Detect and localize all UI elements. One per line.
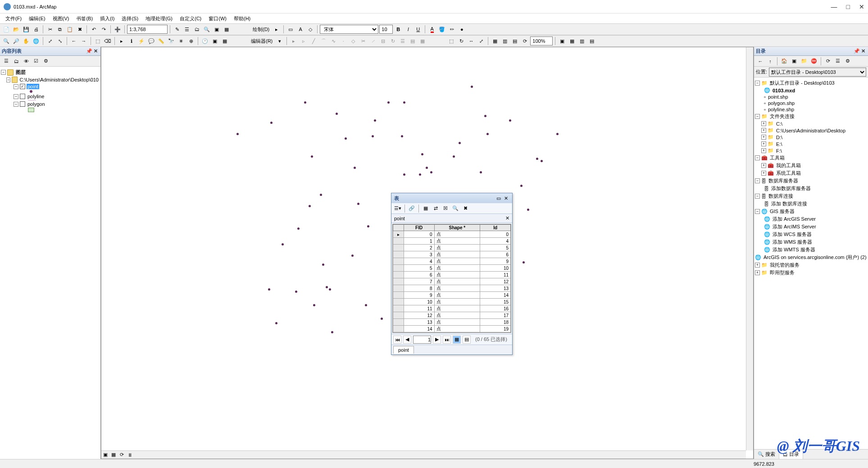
- map-point[interactable]: [403, 173, 405, 176]
- col-header[interactable]: FID: [404, 225, 434, 231]
- table-row[interactable]: 2点5: [393, 245, 511, 251]
- map-point[interactable]: [536, 158, 538, 160]
- zoom-pct-input[interactable]: [530, 36, 553, 45]
- map-point[interactable]: [367, 225, 369, 227]
- layer-polygon[interactable]: polygon: [27, 101, 46, 107]
- forward-extent-icon[interactable]: →: [79, 36, 88, 45]
- map-point[interactable]: [523, 261, 525, 264]
- cat-dbserver-add[interactable]: 添加数据库服务器: [770, 185, 812, 192]
- python-icon[interactable]: ▣: [212, 25, 221, 34]
- layout-pan-icon[interactable]: ▦: [568, 36, 577, 45]
- list-by-drawing-icon[interactable]: ☰: [2, 57, 11, 66]
- table-bottom-tab[interactable]: point: [393, 346, 414, 354]
- underline-icon[interactable]: U: [414, 25, 423, 34]
- font-color-icon[interactable]: A: [427, 25, 436, 34]
- map-point[interactable]: [365, 304, 367, 306]
- map-point[interactable]: [556, 133, 559, 135]
- table-row[interactable]: 1点4: [393, 238, 511, 245]
- cat-shp-polygon.shp[interactable]: polygon.shp: [767, 100, 795, 106]
- map-point[interactable]: [354, 167, 356, 169]
- table-tab[interactable]: point: [394, 216, 505, 221]
- minimize-button[interactable]: —: [831, 3, 837, 10]
- table-row[interactable]: 5点10: [393, 265, 511, 272]
- location-select[interactable]: 默认工作目录 - Desktop\0103: [769, 68, 866, 77]
- cat-toggle-icon[interactable]: ▣: [790, 57, 799, 66]
- attribute-table-grid[interactable]: FIDShape *Id▸0点01点42点53点64点95点106点117点12…: [392, 224, 511, 333]
- map-point[interactable]: [236, 133, 239, 135]
- delete-selected-icon[interactable]: ✖: [461, 204, 470, 213]
- georef-shift-icon[interactable]: ↔: [467, 36, 476, 45]
- georef-link-icon[interactable]: ▦: [491, 36, 500, 45]
- cat-gis-item[interactable]: 添加 WCS 服务器: [772, 231, 813, 238]
- toggle-icon[interactable]: +: [761, 163, 766, 168]
- map-point[interactable]: [345, 137, 347, 140]
- editor-toolbar-icon[interactable]: ✎: [173, 25, 182, 34]
- toc-pin-icon[interactable]: 📌: [86, 48, 92, 54]
- html-popup-icon[interactable]: 💬: [147, 36, 156, 45]
- redo-icon[interactable]: ↷: [99, 25, 108, 34]
- pause-icon[interactable]: ⏸: [126, 451, 134, 459]
- table-row[interactable]: 7点12: [393, 278, 511, 285]
- cat-shp-polyline.shp[interactable]: polyline.shp: [767, 107, 795, 112]
- map-point[interactable]: [509, 119, 511, 122]
- menu-编辑e[interactable]: 编辑(E): [25, 14, 49, 23]
- text-icon[interactable]: A: [296, 25, 305, 34]
- table-row[interactable]: 9点14: [393, 292, 511, 299]
- add-data-icon[interactable]: ➕: [113, 25, 122, 34]
- toggle-icon[interactable]: +: [761, 148, 766, 153]
- viewer-icon[interactable]: ▦: [220, 36, 229, 45]
- menu-地理处理g[interactable]: 地理处理(G): [142, 14, 176, 23]
- map-point[interactable]: [326, 286, 328, 288]
- map-point[interactable]: [541, 160, 543, 162]
- table-restore-icon[interactable]: ▭: [495, 195, 502, 201]
- map-point[interactable]: [453, 155, 455, 158]
- map-vertical-scrollbar[interactable]: [746, 47, 753, 450]
- cat-default-wd[interactable]: 默认工作目录 - Desktop\0103: [769, 80, 836, 86]
- layout-view-icon[interactable]: ▦: [109, 451, 118, 459]
- layer-checkbox[interactable]: [20, 101, 25, 107]
- map-point[interactable]: [295, 291, 297, 293]
- map-point[interactable]: [309, 205, 311, 207]
- toggle-icon[interactable]: +: [761, 121, 766, 126]
- delete-icon[interactable]: ✖: [75, 25, 84, 34]
- cat-shp-point.shp[interactable]: point.shp: [767, 94, 789, 100]
- data-view-icon[interactable]: ▣: [101, 451, 109, 459]
- zoom-selected-icon[interactable]: 🔍: [451, 204, 460, 213]
- map-point[interactable]: [320, 194, 322, 196]
- layer-checkbox[interactable]: ✓: [20, 84, 25, 89]
- map-point[interactable]: [297, 227, 300, 230]
- table-row[interactable]: ▸0点0: [393, 231, 511, 238]
- georef-layer-icon[interactable]: ⬚: [447, 36, 456, 45]
- fixed-zoom-in-icon[interactable]: ⤢: [45, 36, 55, 45]
- list-by-source-icon[interactable]: 🗂: [12, 57, 21, 66]
- menu-视图v[interactable]: 视图(V): [49, 14, 73, 23]
- toggle-icon[interactable]: −: [755, 209, 760, 214]
- toc-icon[interactable]: ☰: [182, 25, 191, 34]
- collapse-icon[interactable]: −: [1, 70, 6, 75]
- bold-icon[interactable]: B: [394, 25, 403, 34]
- cat-gis-item[interactable]: 添加 WMS 服务器: [772, 239, 813, 245]
- catalog-close-icon[interactable]: ✕: [860, 48, 866, 54]
- paste-icon[interactable]: 📋: [65, 25, 74, 34]
- maximize-button[interactable]: □: [846, 3, 850, 10]
- table-close-icon[interactable]: ✕: [502, 195, 509, 201]
- toggle-icon[interactable]: +: [761, 135, 766, 140]
- full-extent-icon[interactable]: 🌐: [32, 36, 41, 45]
- back-extent-icon[interactable]: ←: [69, 36, 78, 45]
- cut-icon[interactable]: ✂: [45, 25, 55, 34]
- map-point[interactable]: [331, 331, 333, 333]
- modelbuilder-icon[interactable]: ▦: [222, 25, 231, 34]
- toggle-icon[interactable]: −: [755, 178, 760, 183]
- menu-自定义c[interactable]: 自定义(C): [176, 14, 205, 23]
- list-by-selection-icon[interactable]: ☑: [32, 57, 41, 66]
- map-point[interactable]: [313, 304, 315, 306]
- collapse-icon[interactable]: −: [14, 84, 18, 89]
- show-selected-icon[interactable]: ▤: [463, 336, 471, 344]
- collapse-icon[interactable]: −: [14, 94, 18, 99]
- menu-帮助h[interactable]: 帮助(H): [230, 14, 254, 23]
- cat-back-icon[interactable]: ←: [756, 57, 765, 66]
- cat-drive[interactable]: C:\: [775, 121, 783, 127]
- map-point[interactable]: [387, 101, 390, 104]
- map-point[interactable]: [421, 153, 423, 155]
- toggle-icon[interactable]: +: [761, 141, 766, 146]
